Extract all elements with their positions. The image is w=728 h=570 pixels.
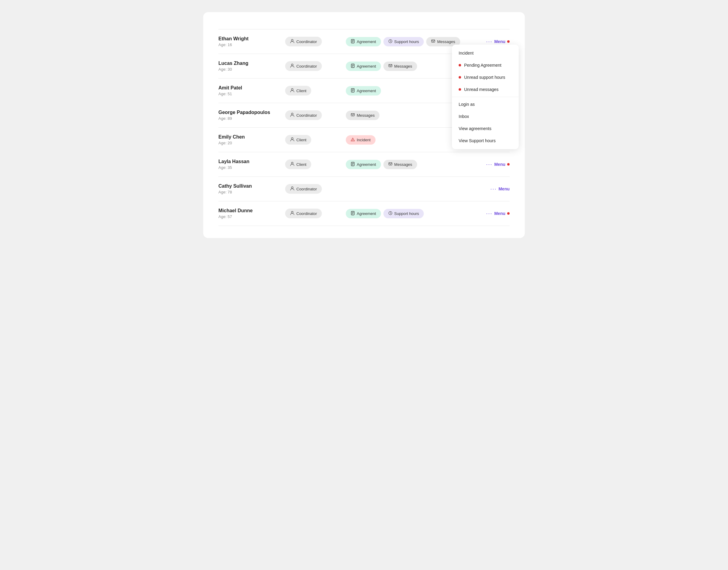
svg-point-18 [291, 113, 293, 115]
person-icon [290, 63, 294, 69]
manager-badge[interactable]: Coordinator [285, 209, 322, 218]
client-info: Emily Chen Age: 20 [218, 134, 285, 145]
dropdown-item[interactable]: Pending Agreement [452, 59, 519, 71]
dropdown-menu: Incident Pending Agreement Unread suppor… [452, 45, 519, 149]
menu-button[interactable]: ··· Menu [486, 211, 510, 217]
manager-label: Coordinator [296, 187, 317, 191]
dropdown-item-label: Unread support hours [464, 75, 505, 80]
menu-button[interactable]: ··· Menu [486, 161, 510, 168]
manager-label: Client [296, 162, 306, 167]
person-icon [290, 211, 294, 216]
client-name: Emily Chen [218, 134, 285, 140]
menu-button[interactable]: ··· Menu Incident Pending Agreement Unre… [486, 38, 510, 45]
person-icon [290, 39, 294, 44]
dropdown-item[interactable]: Incident [452, 47, 519, 59]
alert-badge-agreement[interactable]: Agreement [346, 86, 381, 95]
dropdown-action-label: Inbox [459, 114, 469, 119]
alert-badge-messages[interactable]: Messages [384, 61, 417, 71]
client-name: Layla Hassan [218, 159, 285, 164]
menu-dots-icon: ··· [486, 38, 492, 45]
agreement-icon [351, 162, 355, 167]
main-container: Ethan Wright Age: 16 Coordinator Agreeme… [203, 12, 525, 238]
dropdown-dot-icon [459, 76, 461, 78]
client-name: George Papadopoulos [218, 110, 285, 115]
support-icon [388, 39, 393, 44]
alert-badge-agreement[interactable]: Agreement [346, 61, 381, 71]
person-icon [290, 137, 294, 142]
alert-badge-support[interactable]: Support hours [384, 209, 424, 218]
menu-notification-dot [507, 212, 510, 215]
client-name: Lucas Zhang [218, 61, 285, 66]
manager-badge[interactable]: Client [285, 86, 311, 95]
manager-label: Coordinator [296, 113, 317, 118]
menu-label: Menu [498, 187, 510, 191]
manager-badge[interactable]: Client [285, 160, 311, 169]
manager-label: Client [296, 137, 306, 142]
svg-point-30 [291, 211, 293, 213]
svg-point-22 [352, 140, 353, 140]
dropdown-action-label: Login as [459, 102, 475, 107]
client-age: Age: 51 [218, 91, 285, 96]
client-info: Cathy Sullivan Age: 78 [218, 184, 285, 194]
menu-label: Menu [494, 162, 505, 167]
person-icon [290, 162, 294, 167]
client-name: Michael Dunne [218, 208, 285, 214]
svg-point-29 [291, 187, 293, 189]
managed-by: Coordinator [285, 184, 346, 194]
client-age: Age: 78 [218, 190, 285, 194]
manager-badge[interactable]: Coordinator [285, 184, 322, 194]
menu-notification-dot [507, 40, 510, 43]
client-info: Layla Hassan Age: 35 [218, 159, 285, 170]
managed-by: Client [285, 86, 346, 95]
person-icon [290, 186, 294, 192]
table-header [218, 24, 510, 29]
table-body: Ethan Wright Age: 16 Coordinator Agreeme… [218, 29, 510, 226]
client-age: Age: 35 [218, 165, 285, 170]
menu-dots-icon: ··· [490, 186, 497, 192]
person-icon [290, 112, 294, 118]
managed-by: Coordinator [285, 209, 346, 218]
agreement-icon [351, 39, 355, 44]
svg-point-7 [291, 64, 293, 66]
dropdown-action-item[interactable]: Inbox [452, 110, 519, 122]
messages-icon [351, 113, 355, 118]
client-age: Age: 89 [218, 116, 285, 121]
managed-by: Client [285, 160, 346, 169]
client-info: Amit Patel Age: 51 [218, 85, 285, 96]
agreement-icon [351, 211, 355, 216]
messages-icon [388, 64, 393, 69]
manager-badge[interactable]: Coordinator [285, 110, 322, 120]
dropdown-item[interactable]: Unread support hours [452, 71, 519, 83]
table-row: Ethan Wright Age: 16 Coordinator Agreeme… [218, 29, 510, 54]
manager-badge[interactable]: Client [285, 135, 311, 145]
alert-badge-agreement[interactable]: Agreement [346, 37, 381, 46]
dropdown-dot-icon [459, 64, 461, 66]
agreement-icon [351, 64, 355, 69]
manager-label: Coordinator [296, 64, 317, 68]
client-name: Ethan Wright [218, 36, 285, 41]
client-info: Lucas Zhang Age: 30 [218, 61, 285, 71]
managed-by: Coordinator [285, 110, 346, 120]
alert-badge-messages[interactable]: Messages [384, 160, 417, 169]
svg-point-0 [291, 39, 293, 41]
client-name: Amit Patel [218, 85, 285, 91]
dropdown-action-item[interactable]: Login as [452, 98, 519, 110]
manager-label: Coordinator [296, 39, 317, 44]
menu-button[interactable]: ··· Menu [490, 186, 510, 192]
dropdown-item[interactable]: Unread messages [452, 83, 519, 95]
alert-badge-support[interactable]: Support hours [384, 37, 424, 46]
dropdown-action-item[interactable]: View agreements [452, 122, 519, 134]
dropdown-divider [452, 97, 519, 97]
alert-badge-incident[interactable]: Incident [346, 135, 376, 145]
alerts-cell: AgreementSupport hours [346, 209, 486, 218]
menu-dots-icon: ··· [486, 211, 492, 217]
manager-badge[interactable]: Coordinator [285, 37, 322, 46]
dropdown-item-label: Incident [459, 51, 474, 55]
alert-badge-messages[interactable]: Messages [346, 111, 380, 120]
manager-label: Coordinator [296, 211, 317, 216]
dropdown-action-item[interactable]: View Support hours [452, 134, 519, 147]
manager-badge[interactable]: Coordinator [285, 61, 322, 71]
alert-badge-agreement[interactable]: Agreement [346, 209, 381, 218]
alert-badge-agreement[interactable]: Agreement [346, 160, 381, 169]
dropdown-item-label: Pending Agreement [464, 63, 501, 68]
